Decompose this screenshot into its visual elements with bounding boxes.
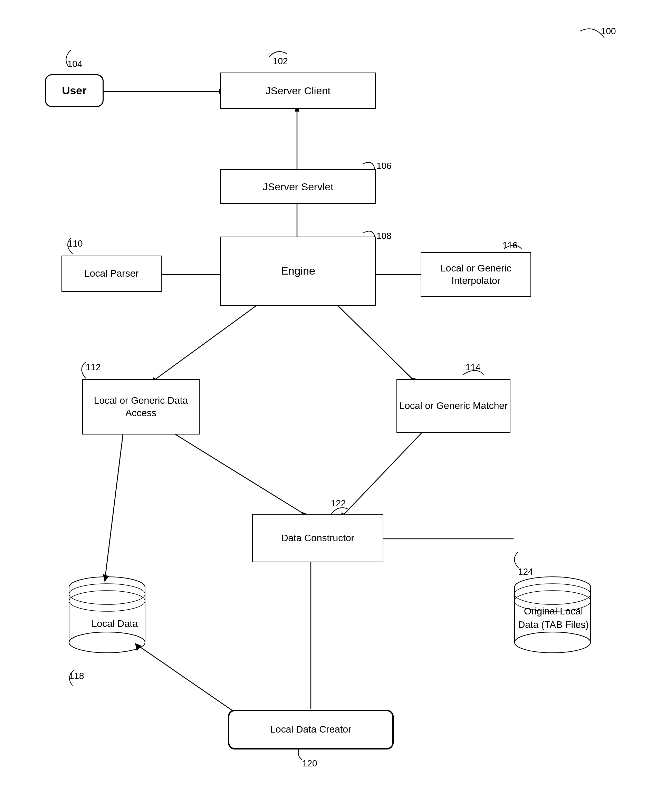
- data-access-node: Local or Generic Data Access: [82, 379, 200, 435]
- matcher-node: Local or Generic Matcher: [396, 379, 511, 433]
- svg-point-12: [514, 584, 591, 604]
- label-116: 116: [503, 240, 517, 251]
- svg-point-11: [514, 632, 591, 653]
- data-constructor-node: Data Constructor: [252, 514, 383, 562]
- label-108: 108: [377, 231, 391, 241]
- label-124: 124: [518, 566, 533, 577]
- svg-rect-1: [69, 587, 145, 643]
- label-110: 110: [68, 238, 83, 249]
- interpolator-node: Local or Generic Interpolator: [421, 252, 531, 297]
- svg-line-29: [155, 301, 262, 379]
- jserver-servlet-node: JServer Servlet: [220, 169, 376, 204]
- original-local-data-label: Original Local Data (TAB Files): [514, 604, 592, 631]
- svg-line-33: [105, 423, 125, 576]
- label-104: 104: [67, 59, 82, 69]
- diagram-container: 100 User 104 JServer Client 102 JServer …: [0, 0, 661, 812]
- svg-marker-42: [135, 643, 142, 651]
- local-data-creator-node: Local Data Creator: [228, 710, 394, 750]
- svg-point-5: [69, 584, 145, 604]
- label-120: 120: [302, 758, 317, 769]
- label-112: 112: [86, 362, 101, 372]
- local-data-label: Local Data: [91, 618, 138, 629]
- svg-line-31: [333, 301, 413, 379]
- local-parser-node: Local Parser: [61, 256, 161, 292]
- svg-line-37: [343, 423, 431, 515]
- label-114: 114: [466, 362, 481, 372]
- label-118: 118: [69, 671, 84, 681]
- engine-node: Engine: [220, 237, 376, 306]
- svg-point-0: [69, 577, 145, 598]
- jserver-client-node: JServer Client: [220, 72, 376, 109]
- svg-line-35: [157, 423, 304, 514]
- label-122: 122: [331, 498, 346, 509]
- label-100: 100: [601, 26, 616, 37]
- user-node: User: [45, 74, 104, 107]
- label-106: 106: [377, 161, 391, 171]
- svg-point-6: [69, 591, 145, 611]
- svg-point-7: [514, 577, 591, 598]
- svg-marker-34: [103, 574, 109, 582]
- label-102: 102: [273, 56, 288, 67]
- svg-point-4: [69, 632, 145, 653]
